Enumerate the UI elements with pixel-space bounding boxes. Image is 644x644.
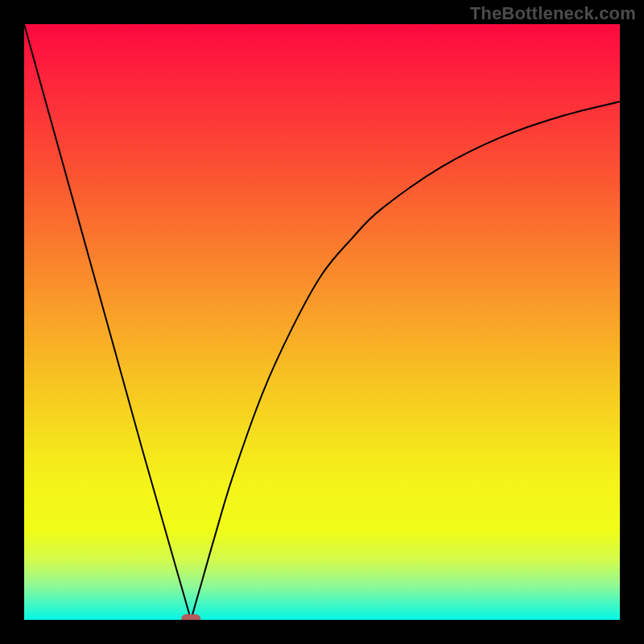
watermark-text: TheBottleneck.com xyxy=(470,3,636,24)
chart-frame: TheBottleneck.com xyxy=(0,0,644,644)
minimum-marker xyxy=(181,614,200,620)
chart-svg xyxy=(24,24,620,620)
plot-area xyxy=(24,24,620,620)
gradient-background xyxy=(24,24,620,620)
